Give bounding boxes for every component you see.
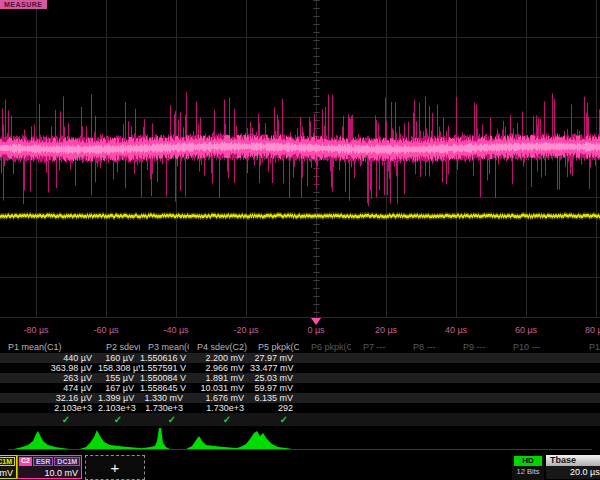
measure-value-cell — [299, 353, 351, 363]
measure-value-cell — [401, 393, 451, 403]
time-axis-label: 40 µs — [445, 325, 467, 335]
timebase-descriptor[interactable]: Tbase 20.0 µs/div — [546, 455, 600, 479]
channel-c1-descriptor[interactable]: DC1M 50.0 mV — [0, 455, 17, 479]
time-axis-label: -40 µs — [163, 325, 188, 335]
measure-value-cell — [501, 403, 551, 413]
measure-value-cell — [299, 383, 351, 393]
measure-value-cell — [451, 383, 501, 393]
measure-value-cell: 25.03 mV — [250, 373, 299, 383]
measure-value-cell: 1.676 mV — [189, 393, 250, 403]
measure-value-cell — [351, 393, 401, 403]
measure-header-cell[interactable]: P10 --- — [501, 341, 551, 353]
measure-value-cell — [351, 363, 401, 373]
hd-mode-indicator: HD 12 Bits — [512, 455, 544, 480]
measure-value-cell: 155 µV — [98, 373, 140, 383]
measure-header-cell[interactable]: P5 pkpk(C2) — [250, 341, 299, 353]
c1-coupling-badge: DC1M — [0, 457, 15, 466]
measure-value-cell — [551, 363, 600, 373]
top-left-label: MEASURE — [0, 0, 47, 9]
measure-value-cell — [351, 373, 401, 383]
measure-header-cell[interactable]: P3 mean(C2) — [140, 341, 189, 353]
time-axis-label: 80 µs — [585, 325, 600, 335]
measure-header-cell[interactable]: P2 sdev(C1) — [98, 341, 140, 353]
measure-value-cell: 10.031 mV — [189, 383, 250, 393]
measure-value-cell: 2.200 mV — [189, 353, 250, 363]
measure-header-cell[interactable]: P4 sdev(C2) — [189, 341, 250, 353]
measure-value-cell — [451, 363, 501, 373]
measure-value-cell — [451, 353, 501, 363]
measure-value-cell: 167 µV — [98, 383, 140, 393]
measure-value-cell — [501, 363, 551, 373]
c1-vdiv-value: 50.0 mV — [0, 466, 16, 478]
bottom-bar: DC1M 50.0 mV C2 ESR DC1M 10.0 mV + HD 12… — [0, 455, 600, 480]
measure-value-cell — [501, 353, 551, 363]
measure-header-cell[interactable]: P9 --- — [451, 341, 501, 353]
measure-header-cell[interactable]: P1 mean(C1) — [0, 341, 98, 353]
oscilloscope-screen: MEASURE -100 µs-80 µs-60 µs-40 µs-20 µs0… — [0, 0, 600, 480]
measure-header-cell[interactable]: P11 — [551, 341, 600, 353]
c2-label-badge: C2 — [19, 457, 32, 466]
histicons-strip — [0, 428, 600, 454]
c2-coupling-badge: DC1M — [54, 457, 80, 466]
measure-value-cell — [551, 353, 600, 363]
measure-header-cell[interactable]: P8 --- — [401, 341, 451, 353]
measure-table: P1 mean(C1)P2 sdev(C1)P3 mean(C2)P4 sdev… — [0, 341, 600, 413]
measure-value-cell: 363.98 µV — [0, 363, 98, 373]
c2-esr-badge: ESR — [33, 457, 53, 466]
measure-value-cell: 2.966 mV — [189, 363, 250, 373]
measure-status-check: ✓ — [168, 414, 176, 425]
hd-bits-label: 12 Bits — [512, 466, 544, 477]
add-trace-button[interactable]: + — [85, 455, 145, 480]
measure-value-cell — [401, 373, 451, 383]
measure-status-check: ✓ — [62, 414, 70, 425]
measure-status-check: ✓ — [114, 414, 122, 425]
measure-value-cell — [401, 353, 451, 363]
measure-value-cell: 1.550084 V — [140, 373, 189, 383]
time-axis-label: 20 µs — [375, 325, 397, 335]
measure-value-cell — [299, 373, 351, 383]
channel-c2-descriptor[interactable]: C2 ESR DC1M 10.0 mV — [17, 455, 82, 479]
measure-value-cell: 2.103e+3 — [0, 403, 98, 413]
measure-status-check: ✓ — [280, 414, 288, 425]
measure-value-cell — [299, 363, 351, 373]
measure-value-cell: 1.557591 V — [140, 363, 189, 373]
measure-header-cell[interactable]: P7 --- — [351, 341, 401, 353]
waveform-grid[interactable]: MEASURE — [0, 0, 600, 318]
timebase-title: Tbase — [546, 455, 600, 466]
measure-value-cell — [451, 403, 501, 413]
measure-value-cell — [551, 403, 600, 413]
measure-value-cell — [299, 403, 351, 413]
timebase-value: 20.0 µs/div — [546, 466, 600, 478]
measure-value-cell: 1.730e+3 — [140, 403, 189, 413]
measure-value-cell — [551, 383, 600, 393]
measure-value-cell: 1.730e+3 — [189, 403, 250, 413]
measure-value-cell: 2.103e+3 — [98, 403, 140, 413]
measure-value-cell: 440 µV — [0, 353, 98, 363]
time-axis-label: -60 µs — [93, 325, 118, 335]
measure-status-row: ✓✓✓✓✓ — [0, 413, 600, 426]
measure-header-cell[interactable]: P6 pkpk(C3) — [299, 341, 351, 353]
measure-value-cell: 263 µV — [0, 373, 98, 383]
measure-value-cell — [351, 353, 401, 363]
measure-value-cell — [501, 393, 551, 403]
waveform-canvas[interactable] — [0, 0, 600, 318]
trigger-position-marker[interactable] — [311, 318, 321, 325]
measure-value-cell — [299, 393, 351, 403]
measure-value-cell: 1.550616 V — [140, 353, 189, 363]
measure-value-cell: 1.891 mV — [189, 373, 250, 383]
measure-value-cell: 474 µV — [0, 383, 98, 393]
measure-status-check: ✓ — [223, 414, 231, 425]
histicon-thumbnail — [186, 436, 242, 449]
measure-value-cell: 59.97 mV — [250, 383, 299, 393]
measure-value-cell — [401, 403, 451, 413]
time-axis-label: 0 µs — [307, 325, 324, 335]
measure-value-cell — [401, 363, 451, 373]
measure-value-cell: 1.330 mV — [140, 393, 189, 403]
measure-value-cell: 6.135 mV — [250, 393, 299, 403]
measure-value-cell: 33.477 mV — [250, 363, 299, 373]
measure-value-cell — [351, 383, 401, 393]
time-axis: -100 µs-80 µs-60 µs-40 µs-20 µs0 µs20 µs… — [0, 318, 600, 341]
measure-value-cell: 1.558645 V — [140, 383, 189, 393]
measure-value-cell: 27.97 mV — [250, 353, 299, 363]
time-axis-label: -20 µs — [233, 325, 258, 335]
